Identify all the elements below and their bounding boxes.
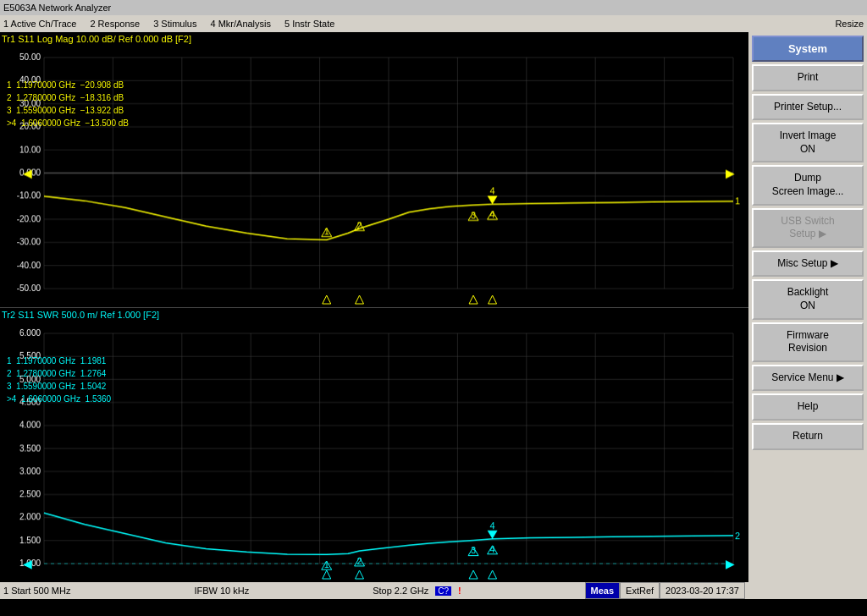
trace1-mk1: 1 1.1970000 GHz −20.908 dB (7, 79, 129, 91)
menu-instr-state[interactable]: 5 Instr State (284, 19, 334, 29)
status-datetime: 2023-03-20 17:37 (660, 582, 745, 599)
status-c2: C? (435, 586, 451, 596)
status-warn: ! (458, 586, 461, 596)
trace2-canvas (0, 308, 748, 583)
menu-bar: 1 Active Ch/Trace 2 Response 3 Stimulus … (0, 15, 867, 32)
dump-screen-button[interactable]: DumpScreen Image... (752, 165, 864, 205)
trace2-label: Tr2 S11 SWR 500.0 m/ Ref 1.000 [F2] (2, 310, 159, 320)
status-extref: ExtRef (620, 582, 660, 599)
invert-image-button[interactable]: Invert ImageON (752, 123, 864, 162)
menu-mkr-analysis[interactable]: 4 Mkr/Analysis (210, 19, 271, 29)
status-meas: Meas (585, 582, 621, 599)
app-title: E5063A Network Analyzer (3, 3, 111, 13)
menu-stimulus[interactable]: 3 Stimulus (153, 19, 196, 29)
menu-active-ch[interactable]: 1 Active Ch/Trace (3, 19, 76, 29)
trace1-mk4: >4 1.6060000 GHz −13.500 dB (7, 117, 129, 129)
trace1-panel: Tr1 S11 Log Mag 10.00 dB/ Ref 0.000 dB [… (0, 32, 748, 308)
printer-setup-button[interactable]: Printer Setup... (752, 94, 864, 121)
main-area: Tr1 S11 Log Mag 10.00 dB/ Ref 0.000 dB [… (0, 32, 867, 599)
help-button[interactable]: Help (752, 393, 864, 421)
trace1-marker-box: 1 1.1970000 GHz −20.908 dB 2 1.2780000 G… (7, 79, 129, 129)
resize-button[interactable]: Resize (835, 19, 864, 29)
trace2-mk4: >4 1.6060000 GHz 1.5360 (7, 393, 111, 405)
print-button[interactable]: Print (752, 64, 864, 91)
backlight-button[interactable]: BacklightON (752, 279, 864, 319)
status-bar: 1 Start 500 MHz IFBW 10 kHz Stop 2.2 GHz… (0, 582, 748, 599)
status-start: 1 Start 500 MHz (3, 586, 70, 596)
firmware-revision-button[interactable]: FirmwareRevision (752, 322, 864, 362)
trace2-marker-box: 1 1.1970000 GHz 1.1981 2 1.2780000 GHz 1… (7, 355, 111, 405)
misc-setup-button[interactable]: Misc Setup ▶ (752, 250, 864, 278)
status-right: Meas ExtRef 2023-03-20 17:37 (585, 582, 745, 599)
panel-header: System (752, 36, 864, 62)
trace2-mk3: 3 1.5590000 GHz 1.5042 (7, 380, 111, 393)
menu-response[interactable]: 2 Response (90, 19, 140, 29)
trace1-mk3: 3 1.5590000 GHz −13.922 dB (7, 104, 129, 117)
trace1-label: Tr1 S11 Log Mag 10.00 dB/ Ref 0.000 dB [… (2, 34, 191, 44)
trace1-mk2: 2 1.2780000 GHz −18.316 dB (7, 91, 129, 104)
trace2-mk1: 1 1.1970000 GHz 1.1981 (7, 355, 111, 367)
status-stop: Stop 2.2 GHz (373, 586, 428, 596)
usb-switch-button[interactable]: USB SwitchSetup ▶ (752, 208, 864, 248)
plot-area: Tr1 S11 Log Mag 10.00 dB/ Ref 0.000 dB [… (0, 32, 748, 599)
trace2-panel: Tr2 S11 SWR 500.0 m/ Ref 1.000 [F2] 1 1.… (0, 308, 748, 583)
status-ifbw: IFBW 10 kHz (194, 586, 249, 596)
title-bar: E5063A Network Analyzer (0, 0, 867, 15)
trace1-canvas (0, 32, 748, 307)
return-button[interactable]: Return (752, 423, 864, 450)
service-menu-button[interactable]: Service Menu ▶ (752, 365, 864, 392)
trace2-mk2: 2 1.2780000 GHz 1.2764 (7, 367, 111, 380)
right-panel: System Print Printer Setup... Invert Ima… (748, 32, 867, 599)
